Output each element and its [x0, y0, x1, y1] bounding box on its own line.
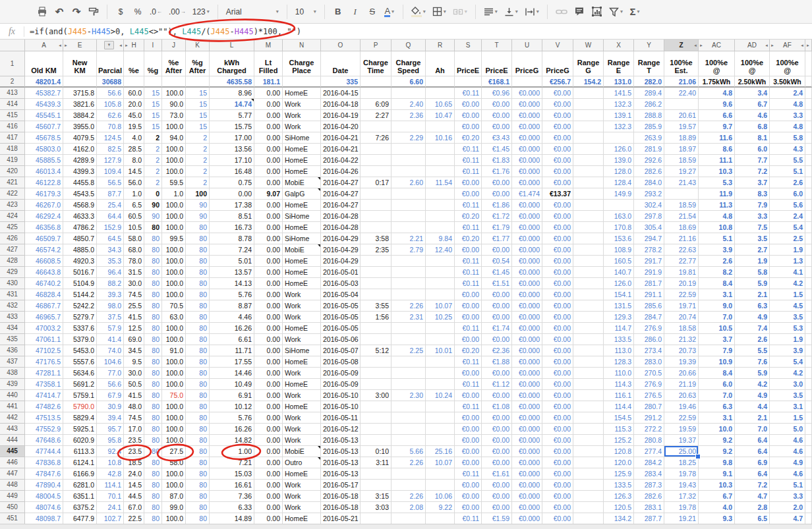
cell[interactable]	[805, 491, 812, 502]
cell[interactable]: €0.000	[512, 446, 542, 457]
cell[interactable]: 4.6	[735, 110, 770, 121]
cell[interactable]: 19.81	[664, 267, 699, 278]
row-header[interactable]: 419	[0, 155, 25, 166]
cell[interactable]: €0.11	[455, 256, 482, 267]
cell[interactable]: 153.6	[604, 233, 634, 244]
cell[interactable]: 42.8	[97, 468, 124, 480]
cell[interactable]: 0.00	[254, 166, 283, 177]
cell[interactable]: 6.0	[735, 144, 770, 155]
cell[interactable]: 4543.5	[63, 188, 97, 200]
cell[interactable]: 19.46	[664, 401, 699, 412]
cell[interactable]	[573, 289, 604, 300]
cell[interactable]: €0.000	[512, 334, 542, 345]
cell[interactable]: 96.4	[97, 267, 124, 278]
cell[interactable]: 47281.1	[25, 368, 63, 379]
cell[interactable]: MobiE	[283, 446, 321, 457]
totals-cell[interactable]	[283, 76, 321, 88]
cell[interactable]: 128.4	[604, 177, 634, 188]
cell[interactable]: 17.00	[210, 132, 254, 144]
cell[interactable]: €0.000	[512, 424, 542, 435]
cell[interactable]: 125.2	[604, 435, 634, 446]
cell[interactable]: 46122.8	[25, 177, 63, 188]
text-color-button[interactable]: A▾	[382, 4, 397, 20]
column-header[interactable]: R	[426, 40, 455, 51]
cell[interactable]	[573, 222, 604, 233]
cell[interactable]: 56.6	[97, 379, 124, 390]
cell[interactable]: 80	[144, 244, 162, 256]
cell[interactable]: €0.00	[542, 200, 573, 211]
cell[interactable]: 6477.9	[63, 513, 97, 524]
format-percent-button[interactable]: %	[130, 4, 146, 20]
cell[interactable]: 2016-05-21	[321, 513, 361, 524]
cell[interactable]: 5.4	[770, 356, 805, 368]
cell[interactable]: 3:15	[361, 491, 392, 502]
cell[interactable]	[392, 289, 426, 300]
cell[interactable]: 1.3	[770, 256, 805, 267]
cell[interactable]: 22.5	[124, 513, 144, 524]
totals-cell[interactable]: 1.75kWh	[699, 76, 735, 88]
cell[interactable]: 16.26	[210, 323, 254, 334]
cell[interactable]: 280.7	[634, 401, 664, 412]
cell[interactable]: €0.000	[512, 132, 542, 144]
cell[interactable]: 4920.3	[63, 256, 97, 267]
cell[interactable]: 94.0	[162, 132, 186, 144]
cell[interactable]	[805, 222, 812, 233]
cell[interactable]: 20.61	[664, 110, 699, 121]
cell[interactable]: 126.0	[604, 144, 634, 155]
cell[interactable]: 46179.3	[25, 188, 63, 200]
cell[interactable]: 100.0	[162, 334, 186, 345]
row-header[interactable]: 449	[0, 491, 25, 502]
cell[interactable]: 6.3	[699, 401, 735, 412]
cell[interactable]	[805, 289, 812, 300]
row-header[interactable]: 429	[0, 267, 25, 278]
cell[interactable]: 10.12	[210, 401, 254, 412]
cell[interactable]: 4633.3	[63, 211, 97, 222]
cell[interactable]: €0.000	[512, 110, 542, 121]
cell[interactable]	[392, 256, 426, 267]
cell[interactable]: 80	[144, 379, 162, 390]
cell[interactable]: €0.00	[542, 300, 573, 312]
cell[interactable]	[361, 88, 392, 99]
cell[interactable]: 2016-05-05	[321, 323, 361, 334]
cell[interactable]: 12.40	[426, 244, 455, 256]
cell[interactable]	[805, 88, 812, 99]
cell[interactable]: €0.00	[542, 144, 573, 155]
cell[interactable]: €0.00	[455, 244, 482, 256]
cell[interactable]: €0.000	[512, 155, 542, 166]
cell[interactable]: 8.3	[735, 188, 770, 200]
cell[interactable]: GalpG	[283, 188, 321, 200]
cell[interactable]: 15	[186, 88, 210, 99]
cell[interactable]: 3884.2	[63, 110, 97, 121]
cell[interactable]: €0.00	[542, 480, 573, 491]
cell[interactable]: 18.5	[124, 457, 144, 468]
cell[interactable]: 0.00	[254, 379, 283, 390]
cell[interactable]: 4850.7	[63, 233, 97, 244]
cell[interactable]: 4079.5	[63, 132, 97, 144]
cell[interactable]: 133.5	[604, 334, 634, 345]
cell[interactable]: 10.25	[426, 312, 455, 323]
cell[interactable]: €0.000	[512, 99, 542, 110]
cell[interactable]	[361, 144, 392, 155]
column-header[interactable]: S	[455, 40, 482, 51]
cell[interactable]: 5.76	[210, 412, 254, 424]
cell[interactable]	[392, 379, 426, 390]
cell[interactable]: €1.72	[482, 211, 512, 222]
cell[interactable]: 0.00	[254, 222, 283, 233]
cell[interactable]: €0.000	[512, 390, 542, 401]
cell[interactable]: 100.0	[162, 289, 186, 300]
cell[interactable]: 4786.2	[63, 222, 97, 233]
cell[interactable]: €0.00	[542, 345, 573, 356]
cell[interactable]: 80	[186, 468, 210, 480]
cell[interactable]: 4.8	[770, 99, 805, 110]
cell[interactable]: 19.78	[664, 468, 699, 480]
cell[interactable]: 2016-04-27	[321, 200, 361, 211]
column-header[interactable]: ►H	[124, 40, 144, 51]
cell[interactable]: Work	[283, 412, 321, 424]
cell[interactable]: 2016-04-19	[321, 110, 361, 121]
cell[interactable]: 2016-05-08	[321, 356, 361, 368]
cell[interactable]: 2.0	[770, 502, 805, 513]
cell[interactable]: 2016-05-01	[321, 267, 361, 278]
font-size-select[interactable]: 10▾	[293, 4, 319, 20]
cell[interactable]	[426, 211, 455, 222]
cell[interactable]: 5.3	[770, 323, 805, 334]
